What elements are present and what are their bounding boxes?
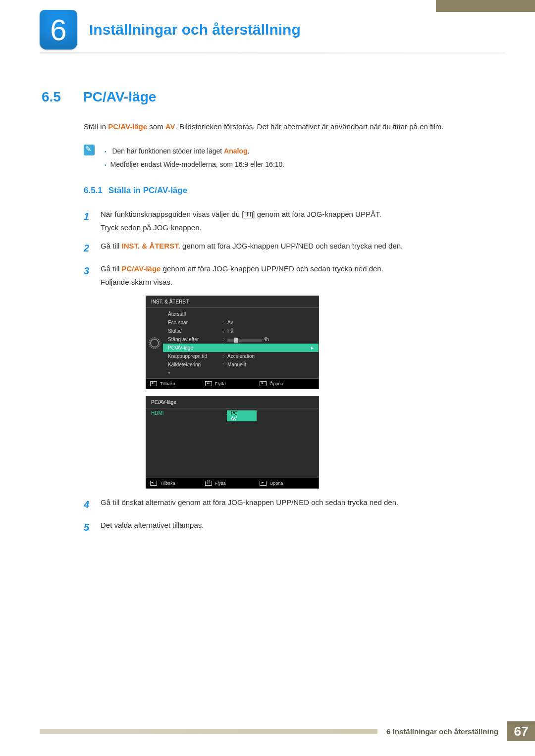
subsection-number: 6.5.1 bbox=[84, 186, 103, 196]
osd-body: HDMI : PC AV bbox=[146, 408, 319, 478]
osd-label: Stäng av efter bbox=[168, 337, 222, 342]
footer-bar bbox=[40, 729, 377, 734]
osd-title: INST. & ÅTERST. bbox=[146, 296, 319, 308]
osd-panel: PC/AV-läge HDMI : PC AV Tillbaka Flytta … bbox=[146, 396, 319, 489]
gear-icon bbox=[150, 339, 159, 348]
subsection-heading: 6.5.1 Ställa in PC/AV-läge bbox=[84, 186, 505, 196]
step-bold: PC/AV-läge bbox=[122, 264, 161, 273]
back-icon bbox=[150, 481, 157, 486]
step-5: 5 Det valda alternativet tillämpas. bbox=[84, 518, 505, 536]
osd-row: Eco-spar:Av bbox=[163, 318, 319, 327]
osd-row-selected: PC/AV-läge bbox=[163, 344, 319, 352]
step-bold: INST. & ÅTERST. bbox=[122, 242, 180, 250]
back-icon bbox=[150, 381, 157, 386]
osd-title: PC/AV-läge bbox=[146, 397, 319, 408]
step-text: ] genom att föra JOG-knappen UPPÅT. bbox=[253, 210, 381, 218]
step-number: 3 bbox=[84, 262, 92, 289]
step-text: När funktionsknappsguiden visas väljer d… bbox=[101, 210, 244, 218]
step-number: 4 bbox=[84, 496, 92, 513]
step-body: Gå till önskat alternativ genom att föra… bbox=[101, 496, 505, 513]
osd-option-av: AV bbox=[227, 416, 257, 421]
note-text: Den här funktionen stöder inte läget bbox=[112, 147, 224, 155]
osd-rows: Återställ Eco-spar:Av Sluttid:På Stäng a… bbox=[163, 308, 319, 378]
osd-footer: Tillbaka Flytta Öppna bbox=[146, 478, 319, 488]
step-number: 5 bbox=[84, 518, 92, 536]
osd-body: Återställ Eco-spar:Av Sluttid:På Stäng a… bbox=[146, 308, 319, 378]
osd-panel: INST. & ÅTERST. Återställ Eco-spar:Av Sl… bbox=[146, 296, 319, 389]
chapter-header: 6 Inställningar och återställning bbox=[40, 10, 505, 50]
osd-row: HDMI : PC AV bbox=[146, 408, 319, 423]
intro-text: som bbox=[147, 122, 165, 131]
osd-value: Acceleration bbox=[227, 353, 314, 359]
chapter-number: 6 bbox=[50, 13, 66, 47]
subsection-title: Ställa in PC/AV-läge bbox=[108, 186, 187, 196]
osd-row: Knappupprepn.tid:Acceleration bbox=[163, 352, 319, 360]
osd-value: 4h bbox=[264, 337, 269, 342]
step-text: Gå till bbox=[101, 242, 122, 250]
step-body: Gå till PC/AV-läge genom att föra JOG-kn… bbox=[101, 262, 505, 289]
osd-footer-label: Flytta bbox=[215, 481, 226, 486]
intro-bold2: AV bbox=[165, 122, 175, 131]
step-4: 4 Gå till önskat alternativ genom att fö… bbox=[84, 496, 505, 513]
osd-screenshot-1: INST. & ÅTERST. Återställ Eco-spar:Av Sl… bbox=[146, 296, 505, 389]
step-2: 2 Gå till INST. & ÅTERST. genom att föra… bbox=[84, 239, 505, 257]
step-1: 1 När funktionsknappsguiden visas väljer… bbox=[84, 207, 505, 234]
osd-footer-back: Tillbaka bbox=[150, 381, 205, 386]
open-icon bbox=[260, 481, 267, 486]
osd-icon-column bbox=[146, 308, 163, 378]
osd-label: HDMI bbox=[151, 410, 225, 421]
osd-option-pc: PC bbox=[227, 410, 257, 416]
section-number: 6.5 bbox=[42, 89, 71, 105]
note-text: . bbox=[248, 147, 250, 155]
osd-row: Stäng av efter: 4h bbox=[163, 335, 319, 344]
step-text: genom att föra JOG-knappen UPP/NED och s… bbox=[160, 264, 383, 273]
chapter-underline bbox=[40, 52, 505, 53]
note-item: Den här funktionen stöder inte läget Ana… bbox=[105, 145, 284, 158]
osd-footer-move: Flytta bbox=[205, 481, 260, 486]
osd-row: Sluttid:På bbox=[163, 327, 319, 335]
note-list: Den här funktionen stöder inte läget Ana… bbox=[105, 145, 284, 171]
osd-footer-label: Tillbaka bbox=[160, 381, 175, 386]
chapter-number-badge: 6 bbox=[40, 10, 77, 50]
osd-footer-open: Öppna bbox=[260, 381, 315, 386]
step-3: 3 Gå till PC/AV-läge genom att föra JOG-… bbox=[84, 262, 505, 289]
osd-footer-label: Tillbaka bbox=[160, 481, 175, 486]
intro-text: Ställ in bbox=[84, 122, 108, 131]
osd-slider: 4h bbox=[227, 337, 314, 342]
osd-footer-label: Flytta bbox=[215, 381, 226, 386]
osd-footer-label: Öppna bbox=[269, 381, 283, 386]
move-icon bbox=[205, 481, 212, 486]
step-body: När funktionsknappsguiden visas väljer d… bbox=[101, 207, 505, 234]
osd-value: Av bbox=[227, 320, 314, 325]
note-block: Den här funktionen stöder inte läget Ana… bbox=[84, 145, 505, 171]
chapter-title: Inställningar och återställning bbox=[89, 21, 301, 38]
step-text: Följande skärm visas. bbox=[101, 278, 172, 286]
osd-value: På bbox=[227, 328, 314, 334]
osd-label: Eco-spar bbox=[168, 320, 222, 325]
osd-value: Manuellt bbox=[227, 362, 314, 367]
step-text: genom att föra JOG-knappen UPP/NED och s… bbox=[180, 242, 403, 250]
osd-footer-move: Flytta bbox=[205, 381, 260, 386]
note-icon bbox=[84, 145, 95, 155]
osd-footer: Tillbaka Flytta Öppna bbox=[146, 378, 319, 389]
section-heading: 6.5 PC/AV-läge bbox=[42, 89, 505, 105]
page-footer: 6 Inställningar och återställning 67 bbox=[40, 721, 535, 741]
menu-icon bbox=[244, 212, 253, 218]
move-icon bbox=[205, 381, 212, 386]
osd-row: Återställ bbox=[163, 310, 319, 318]
page-number: 67 bbox=[507, 721, 535, 741]
step-body: Gå till INST. & ÅTERST. genom att föra J… bbox=[101, 239, 505, 257]
step-text: Gå till bbox=[101, 264, 122, 273]
intro-paragraph: Ställ in PC/AV-läge som AV. Bildstorleke… bbox=[84, 121, 505, 133]
page-content: 6.5 PC/AV-läge Ställ in PC/AV-läge som A… bbox=[42, 89, 505, 541]
osd-label: PC/AV-läge bbox=[168, 345, 222, 351]
step-number: 2 bbox=[84, 239, 92, 257]
step-body: Det valda alternativet tillämpas. bbox=[101, 518, 505, 536]
note-bold: Analog bbox=[224, 147, 247, 155]
osd-label: Knappupprepn.tid bbox=[168, 353, 222, 359]
chevron-down-icon: ▾ bbox=[163, 369, 319, 376]
osd-row: Källdetektering:Manuellt bbox=[163, 360, 319, 369]
osd-label: Sluttid bbox=[168, 328, 222, 334]
osd-footer-open: Öppna bbox=[260, 481, 315, 486]
steps-list: 1 När funktionsknappsguiden visas väljer… bbox=[84, 207, 505, 289]
